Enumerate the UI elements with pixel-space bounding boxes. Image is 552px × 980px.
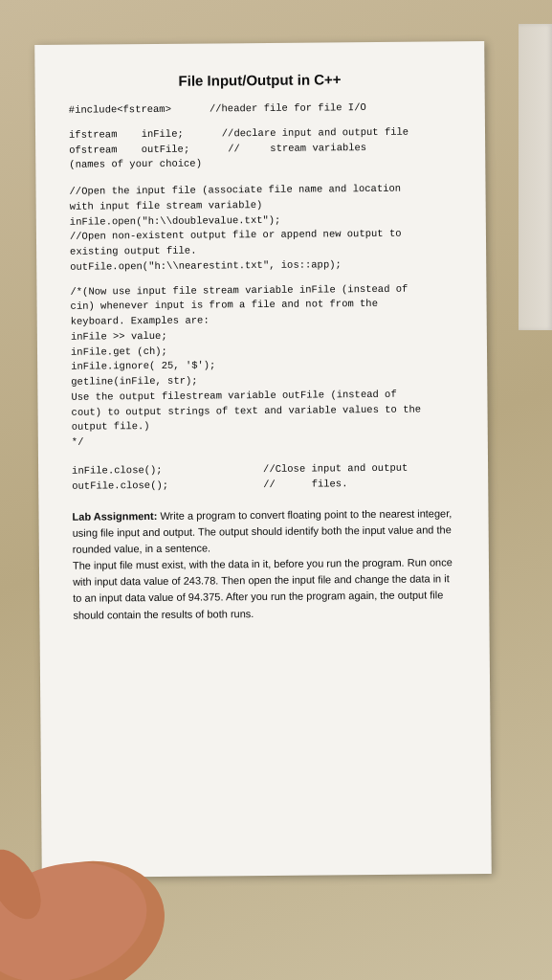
hand-svg — [0, 789, 196, 980]
include-line: #include<fstream> //header file for file… — [69, 100, 452, 118]
ifstream-code: ifstream inFile; — [69, 126, 184, 143]
ofstream-code: ofstream outFile; — [69, 142, 189, 158]
lab-label: Lab Assignment: — [72, 510, 157, 523]
lab-assignment-block: Lab Assignment: Write a program to conve… — [72, 506, 455, 624]
names-note: (names of your choice) — [69, 155, 452, 173]
page-title: File Input/Output in C++ — [68, 70, 451, 89]
use-block: /*(Now use input file stream variable in… — [70, 281, 453, 451]
close-outfile: outFile.close(); — [72, 478, 225, 494]
close-comment-2: // files. — [225, 476, 454, 493]
close-infile: inFile.close(); — [72, 462, 225, 479]
include-code: #include<fstream> — [69, 102, 171, 119]
main-paper: File Input/Output in C++ #include<fstrea… — [34, 41, 492, 878]
include-comment: //header file for file I/O — [171, 100, 452, 117]
lab-assignment-text: Lab Assignment: Write a program to conve… — [72, 508, 452, 556]
open-file-block: //Open the input file (associate file na… — [69, 181, 453, 275]
lab-detail-text: The input file must exist, with the data… — [73, 557, 453, 621]
ofstream-comment: // stream variables — [189, 140, 452, 157]
hand-area — [0, 789, 196, 980]
close-line-2: outFile.close(); // files. — [72, 476, 454, 494]
page-container: File Input/Output in C++ #include<fstrea… — [0, 0, 552, 980]
background-paper-edge — [519, 24, 552, 330]
